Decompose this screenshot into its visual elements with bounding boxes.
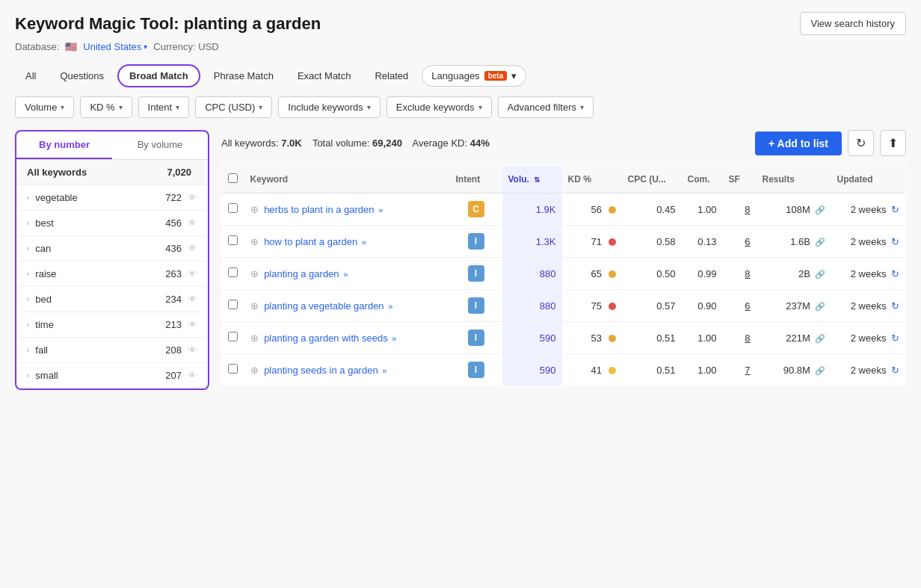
sf-value[interactable]: 8 [745,204,750,215]
eye-icon[interactable]: 👁 [188,217,197,229]
keyword-link[interactable]: planting a garden [264,268,339,279]
com-cell: 1.00 [682,322,723,354]
kd-col-header[interactable]: KD % [562,166,622,194]
row-refresh-icon[interactable]: ↻ [891,365,899,376]
sidebar-item-raise[interactable]: › raise 263 👁 [16,261,208,287]
row-checkbox[interactable] [228,267,238,277]
eye-icon[interactable]: 👁 [188,192,197,203]
eye-icon[interactable]: 👁 [188,370,197,381]
row-checkbox[interactable] [228,203,238,213]
database-label: Database: [15,41,59,52]
row-refresh-icon[interactable]: ↻ [891,236,899,247]
intent-col-header[interactable]: Intent [450,166,502,194]
advanced-filters-button[interactable]: Advanced filters ▾ [498,96,594,118]
beta-badge: beta [484,71,508,81]
sf-cell: 8 [723,194,757,226]
tab-phrase-match[interactable]: Phrase Match [203,66,284,86]
keyword-col-header[interactable]: Keyword [244,166,450,194]
sidebar-tab-by-volume[interactable]: By volume [112,131,208,159]
cpc-col-header[interactable]: CPC (U... [622,166,682,194]
sidebar-item-bed[interactable]: › bed 234 👁 [16,287,208,312]
keyword-link[interactable]: planting a garden with seeds [264,332,388,344]
sidebar-item-best[interactable]: › best 456 👁 [16,211,208,236]
row-checkbox[interactable] [228,235,238,245]
volume-cell: 1.9K [502,194,562,226]
keyword-link[interactable]: planting a vegetable garden [264,300,384,312]
results-cell: 237M 🔗 [757,290,831,322]
row-checkbox[interactable] [228,332,238,341]
tab-all[interactable]: All [15,66,46,86]
sf-value[interactable]: 7 [745,365,750,376]
tab-questions[interactable]: Questions [49,66,114,86]
row-checkbox[interactable] [228,300,238,309]
refresh-button[interactable]: ↻ [848,130,874,156]
add-to-list-button[interactable]: + Add to list [755,131,842,155]
chevron-right-icon: › [27,321,29,329]
keyword-link[interactable]: planting seeds in a garden [264,365,378,376]
row-checkbox-cell[interactable] [222,354,244,386]
exclude-keywords-filter[interactable]: Exclude keywords ▾ [386,96,492,118]
cpc-filter[interactable]: CPC (USD) ▾ [195,96,272,118]
sf-col-header[interactable]: SF [723,166,757,194]
intent-filter[interactable]: Intent ▾ [138,96,190,118]
sf-cell: 8 [723,258,757,290]
sidebar-item-vegetable[interactable]: › vegetable 722 👁 [16,185,208,211]
row-checkbox-cell[interactable] [222,226,244,258]
cpc-cell: 0.51 [622,354,682,386]
tab-broad-match[interactable]: Broad Match [117,64,200,87]
sidebar-tab-by-number[interactable]: By number [16,131,112,159]
row-checkbox-cell[interactable] [222,194,244,226]
results-col-header[interactable]: Results [757,166,831,194]
kd-cell: 65 [562,258,622,290]
row-checkbox[interactable] [228,364,238,374]
row-refresh-icon[interactable]: ↻ [891,300,899,312]
updated-col-header[interactable]: Updated [831,166,906,194]
intent-cell: I [450,322,502,354]
sidebar-item-all[interactable]: All keywords 7,020 [16,160,208,185]
keyword-link[interactable]: herbs to plant in a garden [264,204,374,215]
eye-icon[interactable]: 👁 [188,319,197,330]
row-checkbox-cell[interactable] [222,322,244,354]
eye-icon[interactable]: 👁 [188,344,197,356]
database-link[interactable]: United States ▾ [83,41,147,52]
sidebar-bed-label: bed [35,294,165,305]
row-checkbox-cell[interactable] [222,290,244,322]
sf-value[interactable]: 8 [745,268,750,279]
languages-tab[interactable]: Languages beta ▾ [422,65,526,87]
intent-badge: I [468,297,484,314]
sidebar-item-can[interactable]: › can 436 👁 [16,236,208,261]
sidebar-item-small[interactable]: › small 207 👁 [16,363,208,389]
eye-icon[interactable]: 👁 [188,243,197,254]
keyword-arrow-icon: » [382,366,386,375]
row-checkbox-cell[interactable] [222,258,244,290]
row-refresh-icon[interactable]: ↻ [891,268,899,279]
tab-related[interactable]: Related [364,66,419,86]
kd-filter[interactable]: KD % ▾ [80,96,132,118]
row-refresh-icon[interactable]: ↻ [891,332,899,344]
search-query: planting a garden [184,14,321,33]
sf-cell: 6 [723,226,757,258]
select-all-header[interactable] [222,166,244,194]
row-refresh-icon[interactable]: ↻ [891,204,899,215]
sidebar-item-time[interactable]: › time 213 👁 [16,312,208,338]
eye-icon[interactable]: 👁 [188,294,197,305]
tab-exact-match[interactable]: Exact Match [287,66,362,86]
keyword-link[interactable]: how to plant a garden [264,236,357,247]
cpc-cell: 0.45 [622,194,682,226]
currency-label: Currency: USD [153,41,218,52]
com-col-header[interactable]: Com. [682,166,723,194]
sidebar-all-count: 7,020 [167,167,191,178]
eye-icon[interactable]: 👁 [188,268,197,279]
view-history-button[interactable]: View search history [800,12,906,35]
sf-value[interactable]: 6 [745,300,750,312]
sf-value[interactable]: 6 [745,236,750,247]
kd-cell: 53 [562,322,622,354]
sf-value[interactable]: 8 [745,332,750,344]
select-all-checkbox[interactable] [228,173,238,183]
sidebar-item-fall[interactable]: › fall 208 👁 [16,338,208,363]
volume-col-header[interactable]: Volu. ⇅ [502,166,562,194]
intent-cell: I [450,354,502,386]
include-keywords-filter[interactable]: Include keywords ▾ [278,96,380,118]
volume-filter[interactable]: Volume ▾ [15,96,74,118]
export-button[interactable]: ⬆ [880,130,906,156]
